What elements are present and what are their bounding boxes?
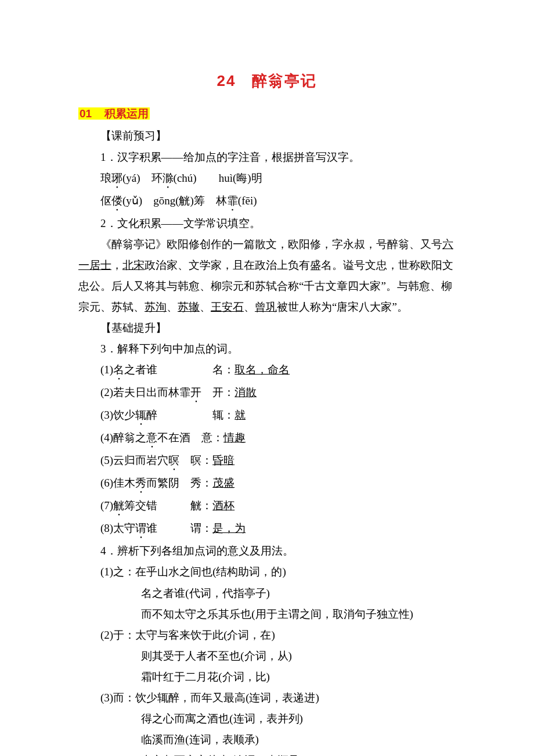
subheading-keqian: 【课前预习】	[78, 125, 456, 146]
section-header: 01积累运用	[78, 103, 456, 124]
q1-line2: 伛偻(yǔ) gōng(觥)筹 林霏(fēi)	[78, 190, 456, 213]
q4-g3-l4: 太守归而宾客从也(连词，表顺承)	[78, 750, 456, 756]
q4-g2-l2: 则其受于人者不至也(介词，从)	[78, 646, 456, 667]
q4-g1-l1: (1)之：在乎山水之间也(结构助词，的)	[78, 561, 456, 582]
q1-line1: 琅琊(yá) 环滁(chú) huì(晦)明	[78, 168, 456, 190]
q4-g2-l1: (2)于：太守与客来饮于此(介词，在)	[78, 625, 456, 646]
q2-body: 《醉翁亭记》欧阳修创作的一篇散文，欧阳修，字永叔，号醉翁、又号六一居士，北宋政治…	[78, 234, 456, 318]
section-number: 01	[80, 107, 92, 120]
q4-g2-l3: 霜叶红于二月花(介词，比)	[78, 667, 456, 687]
q3-item: (8)太守谓谁 谓：是，为	[78, 518, 456, 541]
section-label: 积累运用	[104, 107, 149, 120]
q3-item: (3)饮少辄醉 辄：就	[78, 405, 456, 427]
q3-item: (2)若夫日出而林霏开 开：消散	[78, 382, 456, 405]
q3-item: (1)名之者谁 名：取名，命名	[78, 359, 456, 382]
q3-item: (5)云归而岩穴暝 暝：昏暗	[78, 450, 456, 473]
q3-item: (7)觥筹交错 觥：酒杯	[78, 495, 456, 518]
q1-stem: 1．汉字积累——给加点的字注音，根据拼音写汉字。	[78, 147, 456, 168]
q3-stem: 3．解释下列句中加点的词。	[78, 339, 456, 359]
q4-stem: 4．辨析下列各组加点词的意义及用法。	[78, 541, 456, 561]
subheading-jichu: 【基础提升】	[78, 318, 456, 339]
q4-g3-l2: 得之心而寓之酒也(连词，表并列)	[78, 708, 456, 729]
q4-g3-l3: 临溪而渔(连词，表顺承)	[78, 729, 456, 750]
q4-g1-l2: 名之者谁(代词，代指亭子)	[78, 583, 456, 604]
q4-g1-l3: 而不知太守之乐其乐也(用于主谓之间，取消句子独立性)	[78, 604, 456, 625]
q2-stem: 2．文化积累——文学常识填空。	[78, 213, 456, 234]
q3-item: (6)佳木秀而繁阴 秀：茂盛	[78, 473, 456, 495]
q3-item: (4)醉翁之意不在酒 意：情趣	[78, 427, 456, 450]
page-title: 24 醉翁亭记	[78, 67, 456, 95]
q4-g3-l1: (3)而：饮少辄醉，而年又最高(连词，表递进)	[78, 687, 456, 708]
